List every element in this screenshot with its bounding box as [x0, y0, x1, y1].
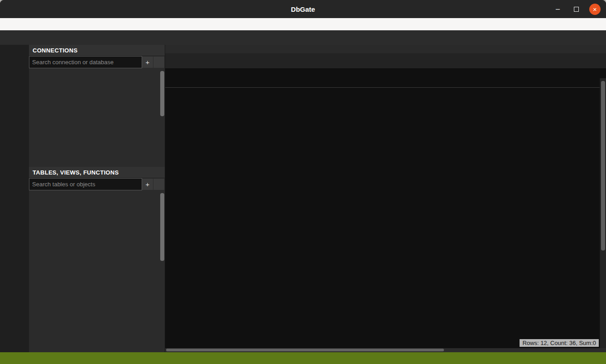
connections-tree	[29, 68, 165, 167]
grid-rows	[165, 88, 606, 348]
selection-stats-badge: Rows: 12, Count: 36, Sum:0	[520, 339, 599, 347]
maximize-button[interactable]	[571, 4, 582, 15]
toolbar	[0, 30, 606, 45]
horizontal-scrollbar[interactable]	[165, 348, 606, 352]
icon-rail	[0, 45, 29, 352]
content-area: Rows: 12, Count: 36, Sum:0	[165, 45, 606, 352]
minimize-button[interactable]: –	[552, 4, 563, 15]
close-button[interactable]: ×	[589, 4, 601, 15]
grid-header-row	[165, 68, 606, 78]
window-controls: – ×	[552, 4, 606, 15]
window-title: DbGate	[0, 5, 606, 13]
connections-header: CONNECTIONS	[29, 45, 165, 56]
side-panel: CONNECTIONS + TABLES, VIEWS, FUNCTIONS +	[29, 45, 165, 352]
add-table-icon-button[interactable]: +	[142, 178, 153, 190]
status-bar	[0, 352, 606, 364]
tab-bar	[165, 53, 606, 68]
tables-scrollbar[interactable]	[160, 193, 164, 261]
dbgate-window: DbGate – × CONNECTIONS + TABLES, VIEWS, …	[0, 0, 606, 364]
horizontal-scrollbar-thumb[interactable]	[166, 349, 444, 351]
tables-tree	[29, 190, 165, 352]
tables-refresh-button[interactable]	[153, 178, 165, 190]
tables-search-input[interactable]	[29, 178, 142, 190]
tab-group-bar	[165, 45, 606, 53]
connections-search-input[interactable]	[29, 56, 142, 68]
connections-refresh-button[interactable]	[153, 56, 165, 68]
tables-search-row: +	[29, 178, 165, 190]
title-bar: DbGate – ×	[0, 0, 606, 18]
data-grid: Rows: 12, Count: 36, Sum:0	[165, 68, 606, 352]
main-body: CONNECTIONS + TABLES, VIEWS, FUNCTIONS +	[0, 45, 606, 352]
add-connection-icon-button[interactable]: +	[142, 56, 153, 68]
vertical-scrollbar[interactable]	[600, 78, 606, 348]
vertical-scrollbar-thumb[interactable]	[601, 81, 605, 251]
connections-scrollbar[interactable]	[160, 71, 164, 116]
tables-header: TABLES, VIEWS, FUNCTIONS	[29, 167, 165, 178]
menu-bar	[0, 18, 606, 30]
connections-search-row: +	[29, 56, 165, 68]
grid-filter-row	[165, 78, 606, 88]
